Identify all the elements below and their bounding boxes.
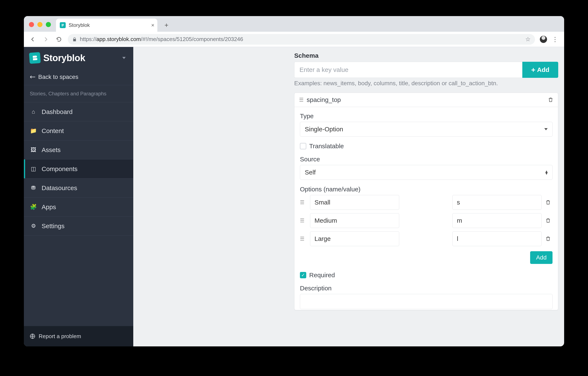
field-delete-button[interactable] <box>548 97 553 103</box>
option-name-input[interactable] <box>310 195 399 210</box>
window-close-button[interactable] <box>29 22 34 27</box>
option-name-input[interactable] <box>310 213 399 228</box>
type-select-value: Single-Option <box>305 126 343 133</box>
url-path: /#!/me/spaces/51205/components/203246 <box>141 36 243 43</box>
schema-add-label: Add <box>537 66 549 73</box>
tab-title: Storyblok <box>69 22 90 28</box>
sidebar-item-settings[interactable]: ⚙Settings <box>24 217 133 236</box>
sidebar-item-label: Settings <box>42 222 64 230</box>
browser-tab-strip: Storyblok × + <box>24 16 564 32</box>
window-minimize-button[interactable] <box>37 22 42 27</box>
brand-logo <box>29 52 41 64</box>
chevron-down-icon <box>544 128 548 130</box>
brand-caret-icon[interactable] <box>122 57 126 59</box>
sidebar-item-dashboard[interactable]: ⌂Dashboard <box>24 102 133 122</box>
sidebar-item-label: Content <box>42 127 64 134</box>
sidebar-item-label: Apps <box>42 203 56 211</box>
sidebar-nav: ⌂Dashboard📁Content🖼Assets◫Components⛃Dat… <box>24 102 133 326</box>
url-scheme: https:// <box>80 36 96 43</box>
option-name-input[interactable] <box>310 231 399 246</box>
sidebar-item-label: Datasources <box>42 184 77 192</box>
browser-toolbar: https:// app.storyblok.com /#!/me/spaces… <box>24 32 564 47</box>
main-content: Schema + Add Examples: news_items, body,… <box>133 47 564 346</box>
home-icon: ⌂ <box>30 109 37 115</box>
lock-icon <box>72 37 77 42</box>
required-checkbox-row[interactable]: ✓ Required <box>300 272 553 279</box>
option-delete-button[interactable] <box>545 200 553 205</box>
report-problem-label: Report a problem <box>39 333 81 340</box>
back-to-spaces-label: Back to spaces <box>38 74 78 80</box>
required-checkbox[interactable]: ✓ <box>300 272 306 278</box>
drag-handle-icon[interactable]: ☰ <box>299 97 304 103</box>
browser-back-button[interactable] <box>27 33 39 45</box>
address-bar[interactable]: https:// app.storyblok.com /#!/me/spaces… <box>68 34 535 45</box>
browser-window: Storyblok × + https:// app.storyblok.com <box>24 16 564 346</box>
sidebar-item-datasources[interactable]: ⛃Datasources <box>24 178 133 198</box>
schema-field-name: spacing_top <box>307 96 341 103</box>
new-tab-button[interactable]: + <box>161 20 172 31</box>
space-subtitle: Stories, Chapters and Paragraphs <box>24 85 133 102</box>
sidebar-item-assets[interactable]: 🖼Assets <box>24 140 133 159</box>
drag-handle-icon[interactable]: ☰ <box>300 218 306 223</box>
option-add-button[interactable]: Add <box>530 251 553 264</box>
sidebar-item-label: Dashboard <box>42 108 73 115</box>
browser-tab[interactable]: Storyblok × <box>56 19 157 32</box>
brand-name: Storyblok <box>43 53 85 63</box>
schema-field-header[interactable]: ☰ spacing_top <box>294 93 558 107</box>
schema-add-button[interactable]: + Add <box>522 62 558 78</box>
globe-icon <box>30 333 35 339</box>
report-problem-link[interactable]: Report a problem <box>24 326 133 346</box>
gear-icon: ⚙ <box>30 223 37 229</box>
tab-close-icon[interactable]: × <box>151 22 154 29</box>
schema-examples: Examples: news_items, body, columns, tit… <box>294 80 558 87</box>
drag-handle-icon[interactable]: ☰ <box>300 199 306 205</box>
tab-favicon <box>60 22 66 28</box>
app-body: Storyblok Back to spaces Stories, Chapte… <box>24 47 564 346</box>
option-value-input[interactable] <box>452 195 542 210</box>
translatable-checkbox[interactable] <box>300 143 306 149</box>
url-host: app.storyblok.com <box>96 36 141 43</box>
sidebar-item-apps[interactable]: 🧩Apps <box>24 198 133 217</box>
source-select[interactable]: Self ▴▾ <box>300 165 553 180</box>
option-delete-button[interactable] <box>545 218 553 223</box>
option-row: ☰ <box>300 195 553 210</box>
option-row: ☰ <box>300 231 553 246</box>
browser-menu-button[interactable]: ⋮ <box>549 35 561 43</box>
database-icon: ⛃ <box>30 185 37 191</box>
blocks-icon: ◫ <box>30 166 37 172</box>
window-zoom-button[interactable] <box>46 22 51 27</box>
option-value-input[interactable] <box>452 213 542 228</box>
brand[interactable]: Storyblok <box>24 47 133 69</box>
select-sort-icon: ▴▾ <box>545 170 548 175</box>
translatable-checkbox-row[interactable]: Translatable <box>300 143 553 150</box>
option-delete-button[interactable] <box>545 236 553 242</box>
options-list: ☰☰☰ <box>300 195 553 246</box>
description-input[interactable] <box>300 294 553 309</box>
sidebar-item-content[interactable]: 📁Content <box>24 122 133 140</box>
required-label: Required <box>309 272 335 279</box>
sidebar: Storyblok Back to spaces Stories, Chapte… <box>24 47 133 346</box>
type-label: Type <box>300 112 553 120</box>
description-label: Description <box>300 285 553 292</box>
source-select-value: Self <box>305 169 316 176</box>
profile-avatar[interactable] <box>539 35 548 44</box>
translatable-label: Translatable <box>309 143 344 150</box>
schema-heading: Schema <box>294 52 558 59</box>
drag-handle-icon[interactable]: ☰ <box>300 236 306 242</box>
option-row: ☰ <box>300 213 553 228</box>
schema-field-card: ☰ spacing_top Type Single-Option <box>294 93 558 310</box>
sidebar-item-label: Components <box>42 165 77 173</box>
bookmark-star-icon[interactable]: ☆ <box>525 36 531 43</box>
browser-reload-button[interactable] <box>53 33 65 45</box>
back-to-spaces-link[interactable]: Back to spaces <box>24 69 133 85</box>
folder-icon: 📁 <box>30 128 37 134</box>
browser-forward-button[interactable] <box>40 33 52 45</box>
window-controls <box>29 22 51 27</box>
schema-key-input[interactable] <box>294 62 522 78</box>
type-select[interactable]: Single-Option <box>300 122 553 137</box>
image-icon: 🖼 <box>30 146 37 153</box>
sidebar-item-label: Assets <box>42 146 61 154</box>
option-value-input[interactable] <box>452 231 542 246</box>
source-label: Source <box>300 156 553 163</box>
sidebar-item-components[interactable]: ◫Components <box>24 159 133 178</box>
